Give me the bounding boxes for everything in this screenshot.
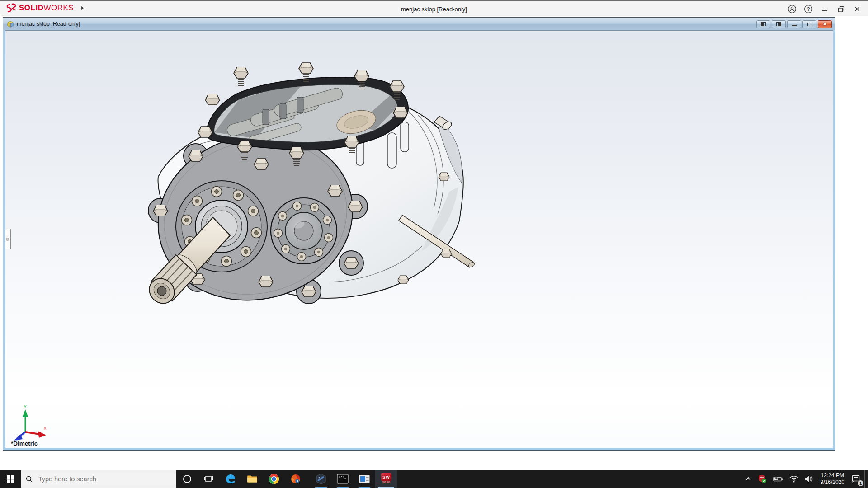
app-titlebar: SOLIDWORKS menjac sklop [Read-only] ? — [0, 0, 868, 16]
doc-restore-button[interactable] — [802, 20, 816, 28]
gearbox-model[interactable] — [147, 33, 484, 323]
pane-left-icon — [761, 22, 766, 26]
start-button[interactable] — [0, 470, 21, 488]
solidworks-logo[interactable]: SOLIDWORKS — [5, 3, 84, 13]
solidworks-taskbar-button[interactable]: SW 2020 — [375, 470, 397, 488]
wifi-icon — [789, 475, 798, 483]
hex-cad-app-icon — [315, 473, 327, 485]
solidworks-monitor-tray-icon[interactable] — [755, 470, 770, 488]
assembly-icon — [7, 21, 14, 28]
minimize-button[interactable] — [816, 1, 833, 17]
tray-chevron-button[interactable] — [742, 470, 755, 488]
taskbar-search[interactable] — [21, 470, 176, 488]
wifi-tray-icon[interactable] — [786, 470, 802, 488]
chrome-icon — [269, 474, 279, 484]
featuremanager-collapsed-tab[interactable] — [5, 229, 11, 249]
restore-button[interactable] — [833, 1, 849, 17]
task-view-button[interactable] — [198, 470, 220, 488]
screen-capture-app-button[interactable] — [285, 470, 307, 488]
output-bearing-cover — [271, 198, 337, 264]
notification-badge: 1 — [858, 480, 863, 486]
close-icon: ✕ — [823, 22, 827, 27]
media-app-icon — [359, 474, 370, 484]
restore-icon — [807, 23, 811, 26]
app-window-title: menjac sklop [Read-only] — [0, 1, 868, 17]
close-button[interactable] — [849, 1, 865, 17]
graphics-viewport[interactable]: Y X Z *Dimetric — [5, 30, 833, 448]
windows-taskbar: C:\_ SW 2020 — [0, 470, 868, 488]
battery-tray-icon[interactable] — [770, 470, 786, 488]
triad-y-label: Y — [24, 404, 27, 409]
brand-wordmark: SOLIDWORKS — [19, 4, 74, 13]
document-titlebar[interactable]: menjac sklop [Read-only] ✕ — [3, 18, 835, 30]
tile-right-button[interactable] — [772, 20, 786, 28]
triad-x-label: X — [43, 426, 47, 431]
clock-time: 12:24 PM — [821, 472, 844, 479]
clock-date: 9/16/2020 — [821, 479, 844, 486]
svg-text:?: ? — [807, 6, 810, 12]
help-icon[interactable]: ? — [800, 1, 816, 17]
screen-capture-app-icon — [290, 473, 302, 485]
chevron-up-icon — [745, 476, 751, 482]
task-view-icon — [204, 474, 214, 484]
file-explorer-button[interactable] — [241, 470, 263, 488]
view-orientation-label: *Dimetric — [11, 440, 38, 447]
sw-shield-check-icon — [758, 474, 767, 483]
windows-logo-icon — [7, 475, 14, 483]
doc-minimize-button[interactable] — [787, 20, 801, 28]
media-app-button[interactable] — [354, 470, 375, 488]
desktop-screen: SOLIDWORKS menjac sklop [Read-only] ? — [0, 0, 868, 488]
search-icon — [26, 475, 33, 483]
battery-charging-icon — [773, 476, 783, 482]
user-account-icon[interactable] — [784, 1, 800, 17]
command-prompt-icon: C:\_ — [337, 474, 349, 484]
edge-icon — [225, 473, 236, 485]
expand-pane-handle-icon — [6, 238, 9, 241]
minimize-icon — [792, 25, 797, 26]
orientation-triad: Y X Z — [9, 403, 50, 442]
pane-right-icon — [776, 22, 781, 26]
search-input[interactable] — [38, 475, 171, 483]
show-desktop-button[interactable] — [864, 470, 868, 488]
document-window: menjac sklop [Read-only] ✕ — [3, 17, 835, 451]
menu-expand-arrow-icon[interactable] — [81, 6, 84, 10]
speaker-icon — [805, 475, 814, 483]
hex-cad-app-button[interactable] — [310, 470, 332, 488]
doc-close-button[interactable]: ✕ — [818, 20, 832, 28]
action-center-button[interactable]: 1 — [848, 470, 864, 488]
document-title: menjac sklop [Read-only] — [17, 21, 80, 27]
tile-left-button[interactable] — [756, 20, 770, 28]
file-explorer-icon — [246, 473, 258, 485]
solidworks-2020-icon: SW 2020 — [380, 473, 392, 485]
dassault-3ds-icon — [5, 3, 17, 13]
system-tray: 12:24 PM 9/16/2020 1 — [742, 470, 868, 488]
svg-text:C:\_: C:\_ — [339, 475, 347, 479]
volume-tray-icon[interactable] — [802, 470, 817, 488]
cortana-icon — [182, 474, 192, 484]
edge-button[interactable] — [220, 470, 241, 488]
chrome-button[interactable] — [263, 470, 285, 488]
cortana-button[interactable] — [176, 470, 198, 488]
command-prompt-button[interactable]: C:\_ — [332, 470, 354, 488]
taskbar-clock[interactable]: 12:24 PM 9/16/2020 — [817, 472, 848, 486]
